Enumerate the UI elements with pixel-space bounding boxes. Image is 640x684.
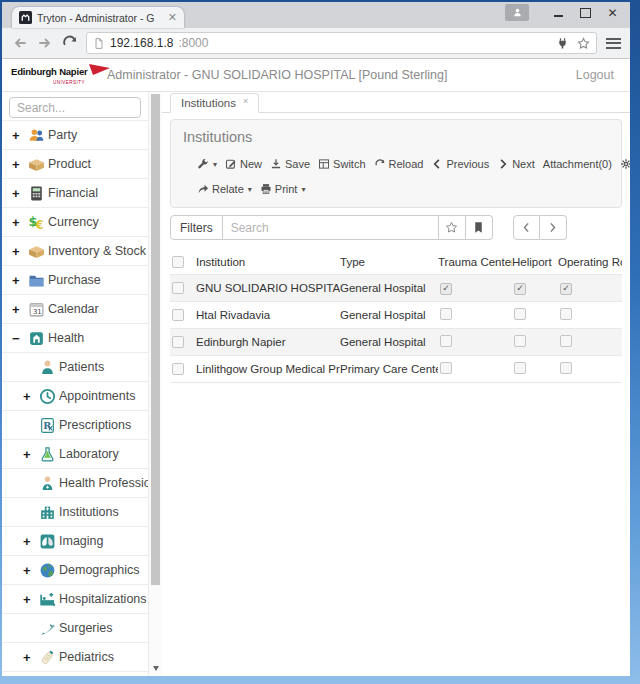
sidebar-item-demographics[interactable]: + Demographics (2, 556, 148, 585)
sidebar-scrollbar[interactable] (149, 92, 162, 676)
page-next-button[interactable] (540, 215, 567, 240)
trauma-center-checkbox[interactable] (440, 308, 452, 320)
scrollbar-down-icon[interactable] (153, 666, 159, 671)
relate-button[interactable]: Relate▾ (197, 183, 252, 195)
expander-icon[interactable]: − (12, 331, 28, 346)
switch-button[interactable]: Switch (318, 158, 365, 170)
back-icon[interactable] (11, 34, 29, 52)
next-button[interactable]: Next (497, 158, 535, 170)
purchase-icon (28, 272, 45, 289)
close-button[interactable]: ✕ (599, 2, 626, 22)
heliport-checkbox[interactable] (514, 335, 526, 347)
expander-icon[interactable]: + (23, 389, 39, 404)
row-checkbox[interactable] (172, 309, 184, 321)
col-heliport[interactable]: Heliport (512, 256, 558, 268)
expander-icon[interactable]: + (23, 563, 39, 578)
table-row[interactable]: Htal Rivadavia General Hospital (170, 301, 622, 328)
operating-room-checkbox[interactable] (560, 335, 572, 347)
table-row[interactable]: Linlithgow Group Medical Practice Primar… (170, 355, 622, 383)
plugin-icon[interactable] (556, 37, 569, 50)
filter-search-input[interactable] (223, 215, 439, 240)
sidebar-item-health-professionals[interactable]: Health Professionals (2, 469, 148, 498)
heliport-checkbox[interactable] (514, 308, 526, 320)
maximize-button[interactable] (572, 2, 599, 22)
col-operating-room[interactable]: Operating Room (558, 256, 622, 268)
expander-icon[interactable]: + (23, 447, 39, 462)
filters-button[interactable]: Filters (170, 215, 223, 240)
sidebar-item-laboratory[interactable]: + Laboratory (2, 440, 148, 469)
scrollbar-thumb[interactable] (151, 94, 160, 585)
sidebar-item-health[interactable]: − Health (2, 324, 148, 353)
bookmark-star-icon[interactable] (577, 37, 590, 50)
reload-button[interactable]: Reload (374, 158, 424, 170)
logout-link[interactable]: Logout (576, 68, 614, 82)
tab-institutions[interactable]: Institutions × (170, 93, 259, 113)
sidebar-item-inventory-stock[interactable]: + Inventory & Stock (2, 237, 148, 266)
attachment-button[interactable]: Attachment(0) (543, 158, 612, 170)
print-button[interactable]: Print▾ (260, 183, 306, 195)
sidebar-item-prescriptions[interactable]: R Prescriptions (2, 411, 148, 440)
expander-icon[interactable]: + (12, 302, 28, 317)
sidebar-item-archives[interactable]: Archives (2, 672, 148, 676)
browser-tab[interactable]: Tryton - Administrator - G ✕ (12, 7, 184, 28)
sidebar-item-pediatrics[interactable]: + Pediatrics (2, 643, 148, 672)
expander-icon[interactable]: + (23, 650, 39, 665)
sidebar-item-hospitalizations[interactable]: + Hospitalizations (2, 585, 148, 614)
row-checkbox[interactable] (172, 282, 184, 294)
expander-icon[interactable]: + (12, 157, 28, 172)
table-row[interactable]: GNU SOLIDARIO HOSPITAL General Hospital … (170, 274, 622, 301)
sidebar-item-imaging[interactable]: + Imaging (2, 527, 148, 556)
sidebar-item-financial[interactable]: + Financial (2, 179, 148, 208)
page-previous-button[interactable] (513, 215, 540, 240)
expander-icon[interactable]: + (23, 592, 39, 607)
sidebar-item-appointments[interactable]: + Appointments (2, 382, 148, 411)
sidebar-item-product[interactable]: + Product (2, 150, 148, 179)
expander-icon[interactable]: + (12, 244, 28, 259)
col-institution[interactable]: Institution (196, 256, 340, 268)
forward-icon[interactable] (36, 34, 54, 52)
sidebar-item-surgeries[interactable]: Surgeries (2, 614, 148, 643)
row-checkbox[interactable] (172, 336, 184, 348)
sidebar-item-currency[interactable]: + $€ Currency (2, 208, 148, 237)
trauma-center-checkbox[interactable]: ✓ (440, 283, 452, 295)
operating-room-checkbox[interactable] (560, 308, 572, 320)
save-button[interactable]: Save (270, 158, 310, 170)
table-row[interactable]: Edinburgh Napier General Hospital (170, 328, 622, 355)
select-all-checkbox[interactable] (172, 256, 184, 268)
favorite-button[interactable] (439, 215, 466, 240)
expander-icon[interactable]: + (12, 128, 28, 143)
new-button[interactable]: New (225, 158, 262, 170)
menu-icon[interactable] (606, 35, 621, 51)
sidebar-item-party[interactable]: + Party (2, 121, 148, 150)
expander-icon[interactable]: + (12, 215, 28, 230)
trauma-center-checkbox[interactable] (440, 362, 452, 374)
sidebar-item-patients[interactable]: Patients (2, 353, 148, 382)
col-type[interactable]: Type (340, 256, 438, 268)
previous-button[interactable]: Previous (431, 158, 489, 170)
document-icon[interactable] (93, 37, 105, 50)
tab-close-icon[interactable]: ✕ (168, 12, 177, 23)
trauma-center-checkbox[interactable] (440, 335, 452, 347)
sidebar-item-purchase[interactable]: + Purchase (2, 266, 148, 295)
expander-icon[interactable]: + (12, 186, 28, 201)
sidebar-item-calendar[interactable]: + 31 Calendar (2, 295, 148, 324)
reload-icon[interactable] (61, 34, 79, 52)
operating-room-checkbox[interactable] (560, 362, 572, 374)
url-bar[interactable]: 192.168.1.8:8000 (86, 32, 597, 54)
sidebar-item-institutions[interactable]: Institutions (2, 498, 148, 527)
bookmarks-button[interactable] (466, 215, 493, 240)
sidebar-search-input[interactable] (9, 97, 141, 118)
wrench-icon (197, 158, 209, 170)
heliport-checkbox[interactable] (514, 362, 526, 374)
profile-icon[interactable] (505, 4, 529, 21)
expander-icon[interactable]: + (12, 273, 28, 288)
heliport-checkbox[interactable]: ✓ (514, 283, 526, 295)
col-trauma-center[interactable]: Trauma Center (438, 256, 512, 268)
operating-room-checkbox[interactable]: ✓ (560, 283, 572, 295)
tools-button[interactable]: ▾ (197, 158, 217, 170)
action-button[interactable]: Action▾ (620, 158, 630, 170)
row-checkbox[interactable] (172, 363, 184, 375)
expander-icon[interactable]: + (23, 534, 39, 549)
minimize-button[interactable] (545, 2, 572, 22)
tab-close-icon[interactable]: × (243, 96, 248, 106)
